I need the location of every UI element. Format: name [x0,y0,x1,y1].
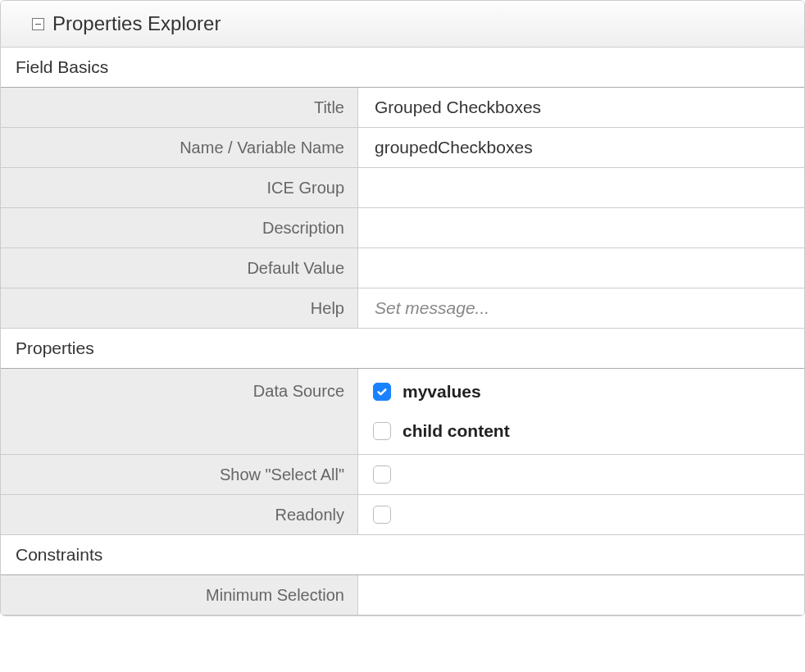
data-source-option-label: child content [402,421,510,441]
checkbox-myvalues[interactable] [373,383,391,401]
checkbox-child-content[interactable] [373,422,391,440]
value-data-source-cell: myvalues child content [358,369,804,454]
row-default-value: Default Value [1,248,804,288]
label-ice-group: ICE Group [1,168,358,207]
properties-explorer-panel: Properties Explorer Field Basics Title N… [0,0,805,616]
section-constraints: Constraints [1,535,804,575]
label-description: Description [1,208,358,247]
label-default-value: Default Value [1,248,358,288]
input-default-value[interactable] [373,257,789,279]
value-name-cell [358,128,804,167]
row-help: Help [1,288,804,329]
data-source-option-label: myvalues [402,382,481,402]
label-minimum-selection: Minimum Selection [1,575,358,615]
row-title: Title [1,88,804,128]
value-description-cell [358,208,804,247]
row-select-all: Show "Select All" [1,455,804,495]
input-help[interactable] [373,297,789,319]
label-readonly: Readonly [1,495,358,534]
section-properties: Properties [1,329,804,369]
value-ice-cell [358,168,804,207]
checkbox-readonly[interactable] [373,506,391,524]
value-select-all-cell [358,455,804,494]
data-source-options: myvalues child content [373,377,789,446]
label-title: Title [1,88,358,127]
row-data-source: Data Source myvalues child content [1,369,804,455]
panel-header: Properties Explorer [1,1,804,48]
value-default-cell [358,248,804,288]
input-name[interactable] [373,137,789,158]
value-help-cell [358,288,804,328]
value-minimum-selection-cell [358,575,804,615]
label-help: Help [1,288,358,328]
value-title-cell [358,88,804,127]
label-select-all: Show "Select All" [1,455,358,494]
label-data-source: Data Source [1,369,358,454]
check-icon [376,386,388,397]
collapse-icon[interactable] [32,18,44,30]
panel-title: Properties Explorer [52,12,221,35]
row-name: Name / Variable Name [1,128,804,168]
data-source-option: child content [373,421,789,441]
row-readonly: Readonly [1,495,804,535]
label-name: Name / Variable Name [1,128,358,167]
input-title[interactable] [373,97,789,118]
value-readonly-cell [358,495,804,534]
row-minimum-selection: Minimum Selection [1,575,804,615]
input-minimum-selection[interactable] [373,584,789,606]
input-description[interactable] [373,217,789,238]
input-ice-group[interactable] [373,177,789,198]
data-source-option: myvalues [373,382,789,402]
section-field-basics: Field Basics [1,48,804,88]
checkbox-select-all[interactable] [373,465,391,484]
row-ice-group: ICE Group [1,168,804,208]
row-description: Description [1,208,804,248]
